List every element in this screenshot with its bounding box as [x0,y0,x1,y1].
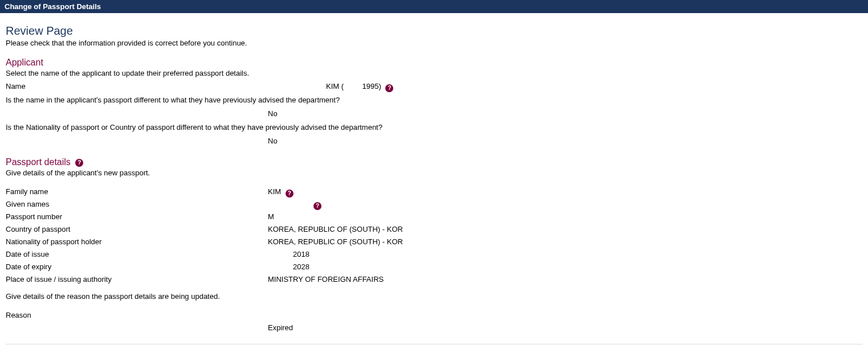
date-issue-value: 2018 [293,249,309,260]
reason-label: Reason [6,310,268,321]
family-name-text: KIM [268,187,281,196]
nationality-label: Nationality of passport holder [6,236,268,248]
passport-number-value: M [268,211,274,223]
passport-heading: Passport details ? [6,157,862,167]
applicant-heading: Applicant [6,57,862,68]
title-bar-text: Change of Passport Details [5,2,101,11]
applicant-q1: Is the name in the applicant's passport … [6,95,862,106]
given-names-label: Given names [6,199,268,210]
applicant-q2-answer: No [268,135,278,147]
date-issue-label: Date of issue [6,249,268,260]
reason-value: Expired [268,322,293,334]
country-label: Country of passport [6,224,268,235]
applicant-q1-answer: No [268,108,278,120]
date-expiry-label: Date of expiry [6,261,268,273]
country-row: Country of passport KOREA, REPUBLIC OF (… [6,224,862,235]
applicant-intro: Select the name of the applicant to upda… [6,69,862,77]
page-intro: Please check that the information provid… [6,39,862,47]
given-names-value: ? [268,199,321,210]
family-name-value: KIM ? [268,186,294,198]
applicant-name-row: Name KIM ( 1995) ? [6,81,862,92]
applicant-q2-answer-row: No [6,135,862,147]
place-issue-label: Place of issue / issuing authority [6,274,268,285]
passport-intro: Give details of the applicant's new pass… [6,169,862,177]
passport-heading-text: Passport details [6,157,71,167]
date-expiry-value: 2028 [293,261,309,273]
help-icon[interactable]: ? [385,84,393,92]
applicant-name-label: Name [6,81,268,92]
page-heading: Review Page [6,24,862,38]
applicant-name-value: KIM ( 1995) ? [326,81,393,92]
help-icon[interactable]: ? [286,190,294,198]
content: Review Page Please check that the inform… [0,13,868,344]
given-names-row: Given names ? [6,199,862,210]
family-name-label: Family name [6,186,268,198]
title-bar: Change of Passport Details [0,0,868,13]
nationality-row: Nationality of passport holder KOREA, RE… [6,236,862,248]
reason-value-row: Expired [6,322,862,334]
reason-row: Reason [6,310,862,321]
date-expiry-row: Date of expiry 2028 [6,261,862,273]
help-icon[interactable]: ? [313,202,321,210]
divider [6,344,862,344]
passport-number-row: Passport number M [6,211,862,223]
family-name-row: Family name KIM ? [6,186,862,198]
place-issue-row: Place of issue / issuing authority MINIS… [6,274,862,285]
place-issue-value: MINISTRY OF FOREIGN AFFAIRS [268,274,384,285]
passport-number-label: Passport number [6,211,268,223]
help-icon[interactable]: ? [75,159,83,167]
date-issue-row: Date of issue 2018 [6,249,862,260]
country-value: KOREA, REPUBLIC OF (SOUTH) - KOR [268,224,403,235]
applicant-q2: Is the Nationality of passport or Countr… [6,122,862,133]
applicant-q1-answer-row: No [6,108,862,120]
applicant-name-text: KIM ( 1995) [326,82,381,91]
reason-intro: Give details of the reason the passport … [6,292,862,301]
nationality-value: KOREA, REPUBLIC OF (SOUTH) - KOR [268,236,403,248]
